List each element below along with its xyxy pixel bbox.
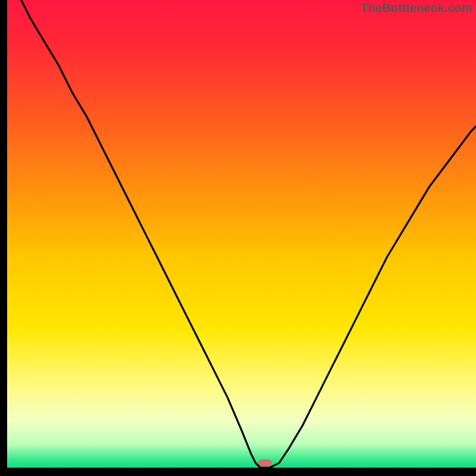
bottleneck-chart bbox=[0, 0, 476, 476]
minimum-marker bbox=[258, 459, 273, 466]
chart-container: TheBottleneck.com bbox=[0, 0, 476, 476]
watermark-text: TheBottleneck.com bbox=[361, 1, 472, 15]
plot-background bbox=[7, 0, 476, 468]
